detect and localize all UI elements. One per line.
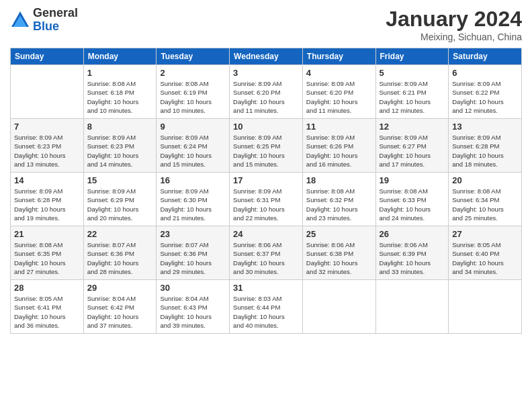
calendar-cell: 10Sunrise: 8:09 AM Sunset: 6:25 PM Dayli… xyxy=(230,119,303,173)
week-row-2: 7Sunrise: 8:09 AM Sunset: 6:23 PM Daylig… xyxy=(11,119,522,173)
calendar-cell: 31Sunrise: 8:03 AM Sunset: 6:44 PM Dayli… xyxy=(230,280,303,334)
day-info: Sunrise: 8:08 AM Sunset: 6:33 PM Dayligh… xyxy=(380,187,445,222)
day-number: 26 xyxy=(380,229,445,239)
day-info: Sunrise: 8:09 AM Sunset: 6:30 PM Dayligh… xyxy=(160,187,226,222)
day-info: Sunrise: 8:08 AM Sunset: 6:19 PM Dayligh… xyxy=(160,79,226,115)
calendar-cell: 24Sunrise: 8:06 AM Sunset: 6:37 PM Dayli… xyxy=(230,226,303,280)
col-header-sunday: Sunday xyxy=(11,48,84,65)
calendar-cell: 30Sunrise: 8:04 AM Sunset: 6:43 PM Dayli… xyxy=(157,280,230,334)
location: Meixing, Sichuan, China xyxy=(386,32,522,42)
logo-blue: Blue xyxy=(33,20,78,34)
day-number: 28 xyxy=(14,283,80,293)
title-block: January 2024 Meixing, Sichuan, China xyxy=(386,7,522,42)
day-info: Sunrise: 8:07 AM Sunset: 6:36 PM Dayligh… xyxy=(160,240,226,276)
calendar-cell: 21Sunrise: 8:08 AM Sunset: 6:35 PM Dayli… xyxy=(11,226,84,280)
day-info: Sunrise: 8:09 AM Sunset: 6:28 PM Dayligh… xyxy=(452,133,518,169)
calendar-cell: 22Sunrise: 8:07 AM Sunset: 6:36 PM Dayli… xyxy=(83,226,157,280)
calendar-cell: 18Sunrise: 8:08 AM Sunset: 6:32 PM Dayli… xyxy=(302,173,375,226)
calendar-cell: 11Sunrise: 8:09 AM Sunset: 6:26 PM Dayli… xyxy=(302,119,375,173)
day-info: Sunrise: 8:09 AM Sunset: 6:21 PM Dayligh… xyxy=(380,79,445,115)
week-row-4: 21Sunrise: 8:08 AM Sunset: 6:35 PM Dayli… xyxy=(11,226,522,280)
day-number: 6 xyxy=(452,68,518,78)
day-number: 16 xyxy=(160,175,226,185)
day-number: 5 xyxy=(380,68,445,78)
day-info: Sunrise: 8:09 AM Sunset: 6:31 PM Dayligh… xyxy=(233,187,299,222)
header: General Blue January 2024 Meixing, Sichu… xyxy=(10,7,522,42)
col-header-thursday: Thursday xyxy=(302,48,375,65)
calendar-cell: 16Sunrise: 8:09 AM Sunset: 6:30 PM Dayli… xyxy=(157,173,230,226)
week-row-1: 1Sunrise: 8:08 AM Sunset: 6:18 PM Daylig… xyxy=(11,65,522,119)
day-info: Sunrise: 8:08 AM Sunset: 6:18 PM Dayligh… xyxy=(87,79,153,115)
calendar-cell: 15Sunrise: 8:09 AM Sunset: 6:29 PM Dayli… xyxy=(83,173,157,226)
calendar-cell: 14Sunrise: 8:09 AM Sunset: 6:28 PM Dayli… xyxy=(11,173,84,226)
day-info: Sunrise: 8:08 AM Sunset: 6:35 PM Dayligh… xyxy=(14,240,80,276)
day-number: 8 xyxy=(87,122,153,132)
day-number: 29 xyxy=(87,283,153,293)
col-header-wednesday: Wednesday xyxy=(230,48,303,65)
calendar-cell: 1Sunrise: 8:08 AM Sunset: 6:18 PM Daylig… xyxy=(83,65,157,119)
col-header-saturday: Saturday xyxy=(449,48,522,65)
day-info: Sunrise: 8:05 AM Sunset: 6:41 PM Dayligh… xyxy=(14,294,80,330)
day-number: 13 xyxy=(452,122,518,132)
day-info: Sunrise: 8:08 AM Sunset: 6:32 PM Dayligh… xyxy=(306,187,372,222)
calendar-cell: 26Sunrise: 8:06 AM Sunset: 6:39 PM Dayli… xyxy=(375,226,449,280)
calendar-cell: 12Sunrise: 8:09 AM Sunset: 6:27 PM Dayli… xyxy=(375,119,449,173)
calendar-cell: 13Sunrise: 8:09 AM Sunset: 6:28 PM Dayli… xyxy=(449,119,522,173)
day-info: Sunrise: 8:09 AM Sunset: 6:22 PM Dayligh… xyxy=(452,79,518,115)
calendar-table: SundayMondayTuesdayWednesdayThursdayFrid… xyxy=(10,48,522,334)
calendar-cell: 8Sunrise: 8:09 AM Sunset: 6:23 PM Daylig… xyxy=(83,119,157,173)
day-info: Sunrise: 8:09 AM Sunset: 6:28 PM Dayligh… xyxy=(14,187,80,222)
logo-text: General Blue xyxy=(33,7,78,34)
day-info: Sunrise: 8:08 AM Sunset: 6:34 PM Dayligh… xyxy=(452,187,518,222)
day-info: Sunrise: 8:06 AM Sunset: 6:37 PM Dayligh… xyxy=(233,240,299,276)
calendar-cell: 2Sunrise: 8:08 AM Sunset: 6:19 PM Daylig… xyxy=(157,65,230,119)
calendar-cell xyxy=(302,280,375,334)
calendar-cell xyxy=(449,280,522,334)
day-number: 30 xyxy=(160,283,226,293)
day-info: Sunrise: 8:09 AM Sunset: 6:20 PM Dayligh… xyxy=(306,79,372,115)
calendar-cell: 20Sunrise: 8:08 AM Sunset: 6:34 PM Dayli… xyxy=(449,173,522,226)
day-number: 25 xyxy=(306,229,372,239)
day-number: 31 xyxy=(233,283,299,293)
calendar-cell: 9Sunrise: 8:09 AM Sunset: 6:24 PM Daylig… xyxy=(157,119,230,173)
day-number: 3 xyxy=(233,68,299,78)
day-number: 7 xyxy=(14,122,80,132)
week-row-3: 14Sunrise: 8:09 AM Sunset: 6:28 PM Dayli… xyxy=(11,173,522,226)
calendar-cell: 4Sunrise: 8:09 AM Sunset: 6:20 PM Daylig… xyxy=(302,65,375,119)
col-header-friday: Friday xyxy=(375,48,449,65)
logo-icon xyxy=(10,10,30,30)
day-number: 15 xyxy=(87,175,153,185)
col-header-monday: Monday xyxy=(83,48,157,65)
logo-general: General xyxy=(33,7,78,20)
calendar-cell xyxy=(11,65,84,119)
day-number: 22 xyxy=(87,229,153,239)
day-info: Sunrise: 8:09 AM Sunset: 6:20 PM Dayligh… xyxy=(233,79,299,115)
calendar-cell: 23Sunrise: 8:07 AM Sunset: 6:36 PM Dayli… xyxy=(157,226,230,280)
calendar-cell: 5Sunrise: 8:09 AM Sunset: 6:21 PM Daylig… xyxy=(375,65,449,119)
day-info: Sunrise: 8:09 AM Sunset: 6:26 PM Dayligh… xyxy=(306,133,372,169)
day-info: Sunrise: 8:09 AM Sunset: 6:29 PM Dayligh… xyxy=(87,187,153,222)
calendar-cell xyxy=(375,280,449,334)
day-number: 12 xyxy=(380,122,445,132)
calendar-cell: 7Sunrise: 8:09 AM Sunset: 6:23 PM Daylig… xyxy=(11,119,84,173)
day-number: 18 xyxy=(306,175,372,185)
col-header-tuesday: Tuesday xyxy=(157,48,230,65)
day-info: Sunrise: 8:09 AM Sunset: 6:24 PM Dayligh… xyxy=(160,133,226,169)
calendar-cell: 29Sunrise: 8:04 AM Sunset: 6:42 PM Dayli… xyxy=(83,280,157,334)
day-info: Sunrise: 8:04 AM Sunset: 6:43 PM Dayligh… xyxy=(160,294,226,330)
page-container: General Blue January 2024 Meixing, Sichu… xyxy=(0,0,532,340)
calendar-cell: 27Sunrise: 8:05 AM Sunset: 6:40 PM Dayli… xyxy=(449,226,522,280)
calendar-cell: 28Sunrise: 8:05 AM Sunset: 6:41 PM Dayli… xyxy=(11,280,84,334)
day-number: 24 xyxy=(233,229,299,239)
day-number: 9 xyxy=(160,122,226,132)
day-info: Sunrise: 8:09 AM Sunset: 6:23 PM Dayligh… xyxy=(87,133,153,169)
month-title: January 2024 xyxy=(386,7,522,32)
day-number: 20 xyxy=(452,175,518,185)
day-number: 2 xyxy=(160,68,226,78)
day-number: 10 xyxy=(233,122,299,132)
calendar-cell: 17Sunrise: 8:09 AM Sunset: 6:31 PM Dayli… xyxy=(230,173,303,226)
day-number: 17 xyxy=(233,175,299,185)
day-number: 19 xyxy=(380,175,445,185)
day-info: Sunrise: 8:09 AM Sunset: 6:23 PM Dayligh… xyxy=(14,133,80,169)
day-info: Sunrise: 8:03 AM Sunset: 6:44 PM Dayligh… xyxy=(233,294,299,330)
